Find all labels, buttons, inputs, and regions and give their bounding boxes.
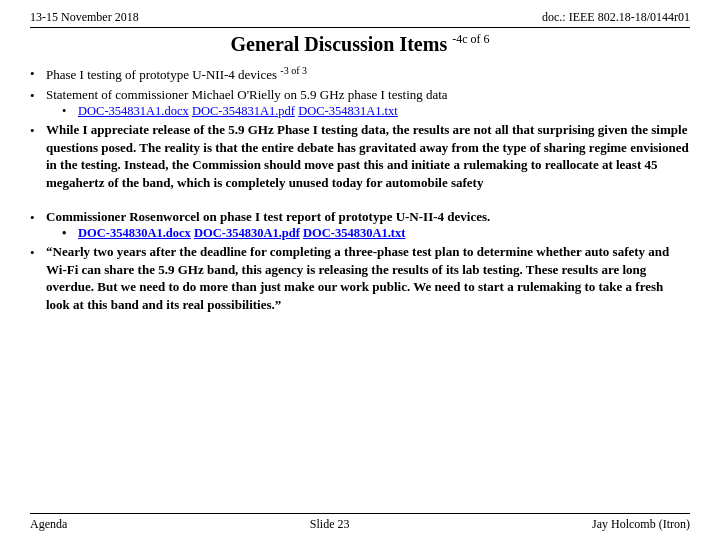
- bullet-text-2: Statement of commissioner Michael O'Riel…: [46, 86, 690, 120]
- link-docx-2[interactable]: DOC-354830A1.docx: [78, 226, 191, 240]
- list-item: • Commissioner Rosenworcel on phase I te…: [30, 208, 690, 242]
- bullet-icon: •: [30, 208, 40, 227]
- footer: Agenda Slide 23 Jay Holcomb (Itron): [30, 513, 690, 532]
- header-divider: [30, 27, 690, 28]
- header-doc: doc.: IEEE 802.18-18/0144r01: [542, 10, 690, 25]
- header: 13-15 November 2018 doc.: IEEE 802.18-18…: [30, 10, 690, 25]
- page: 13-15 November 2018 doc.: IEEE 802.18-18…: [0, 0, 720, 540]
- header-date: 13-15 November 2018: [30, 10, 139, 25]
- content: • Phase I testing of prototype U-NII-4 d…: [30, 64, 690, 513]
- link-pdf-1[interactable]: DOC-354831A1.pdf: [192, 104, 295, 118]
- list-item: • Phase I testing of prototype U-NII-4 d…: [30, 64, 690, 84]
- bullet-text-5: “Nearly two years after the deadline for…: [46, 243, 690, 313]
- bullet-text-1: Phase I testing of prototype U-NII-4 dev…: [46, 64, 690, 84]
- list-item: • Statement of commissioner Michael O'Ri…: [30, 86, 690, 120]
- link-pdf-2[interactable]: DOC-354830A1.pdf: [194, 226, 300, 240]
- bullet-text-4: Commissioner Rosenworcel on phase I test…: [46, 208, 690, 242]
- link-txt-2[interactable]: DOC-354830A1.txt: [303, 226, 405, 240]
- footer-right: Jay Holcomb (Itron): [592, 517, 690, 532]
- link-docx-1[interactable]: DOC-354831A1.docx: [78, 104, 189, 118]
- bullet-section-2: • Commissioner Rosenworcel on phase I te…: [30, 208, 690, 314]
- slide-title: General Discussion Items -4c of 6: [30, 32, 690, 56]
- bullet-icon: •: [30, 243, 40, 262]
- link-txt-1[interactable]: DOC-354831A1.txt: [298, 104, 398, 118]
- bullet-section-1: • Phase I testing of prototype U-NII-4 d…: [30, 64, 690, 192]
- bullet-icon: •: [30, 86, 40, 105]
- sub-bullet: • DOC-354830A1.docx DOC-354830A1.pdf DOC…: [62, 225, 690, 241]
- bullet-icon: •: [30, 64, 40, 83]
- sub-bullet: • DOC-354831A1.docx DOC-354831A1.pdf DOC…: [62, 103, 690, 119]
- list-item: • “Nearly two years after the deadline f…: [30, 243, 690, 313]
- bullet-icon: •: [30, 121, 40, 140]
- bullet-text-3: While I appreciate release of the 5.9 GH…: [46, 121, 690, 191]
- list-item: • While I appreciate release of the 5.9 …: [30, 121, 690, 191]
- footer-center: Slide 23: [310, 517, 350, 532]
- footer-left: Agenda: [30, 517, 67, 532]
